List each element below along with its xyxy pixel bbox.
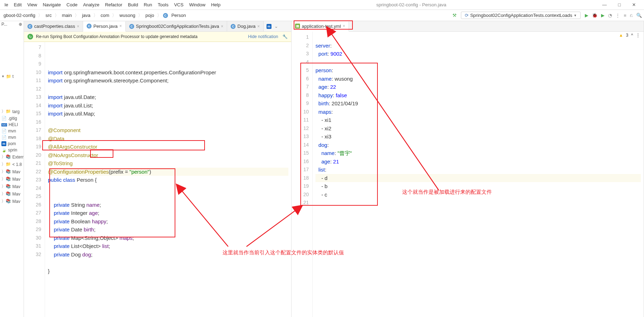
file-icon: C	[231, 24, 236, 29]
window-title: springboot-02-config - Person.java	[224, 2, 599, 7]
sidebar-item[interactable]: 📄 .gitig	[0, 115, 24, 122]
editor-tab[interactable]: CSpringboot02ConfigApplicationTests.java…	[126, 21, 227, 31]
stop-icon[interactable]: ■	[624, 13, 626, 18]
build-icon[interactable]: ⚒	[452, 13, 457, 18]
annotation-bottom: 这里就当作当前引入这个配置文件的实体类的默认值	[223, 249, 344, 256]
sidebar-item[interactable]: 〉📚 Externa	[0, 153, 24, 161]
maven-icon[interactable]: m	[267, 24, 271, 29]
config-banner: ↻ Re-run Spring Boot Configuration Annot…	[24, 32, 291, 42]
tab-close-icon[interactable]: ×	[343, 24, 345, 29]
menu-window[interactable]: Window	[187, 1, 208, 8]
editor-tabs-right: ▤application-test.yml×	[292, 21, 644, 32]
menu-file[interactable]: le	[2, 1, 11, 8]
sidebar-item[interactable]: 📄 mvn	[0, 128, 24, 134]
search-icon[interactable]: 🔍	[636, 13, 642, 18]
breadcrumb-item[interactable]: gboot-02-config	[2, 12, 37, 19]
menu-navigate[interactable]: Navigate	[40, 1, 63, 8]
editor-tabs: CcastProperties.class×CPerson.java×CSpri…	[24, 21, 291, 32]
run-config-select[interactable]: ⟳ Springboot02ConfigApplicationTests.con…	[461, 12, 581, 19]
menu-view[interactable]: View	[25, 1, 40, 8]
menu-run[interactable]: Run	[141, 1, 155, 8]
sidebar-item[interactable]: m pom	[0, 141, 24, 147]
menu-tools[interactable]: Tools	[155, 1, 171, 8]
breadcrumb-item[interactable]: wusong	[118, 12, 137, 19]
hide-notification-link[interactable]: Hide notification	[248, 34, 278, 39]
breadcrumb-item[interactable]: Person	[170, 12, 187, 19]
annotation-right: 这个就当作是被加载进行来的配置文件	[402, 189, 492, 195]
left-code[interactable]: ✔ import org.springframework.boot.contex…	[45, 42, 291, 317]
profile-icon[interactable]: ◔	[608, 13, 612, 18]
class-icon: C	[163, 13, 168, 18]
editor-tab[interactable]: CPerson.java×	[83, 21, 126, 32]
menu-bar: le Edit View Navigate Code Analyze Refac…	[0, 0, 644, 10]
sidebar-item[interactable]: 〉📁 targ	[0, 108, 24, 115]
breadcrumb-item[interactable]: java	[81, 12, 92, 19]
tab-close-icon[interactable]: ×	[257, 24, 260, 29]
file-icon: C	[129, 24, 134, 29]
attach-icon[interactable]: ⋮	[615, 13, 620, 18]
minimize-icon[interactable]: —	[600, 1, 609, 8]
wrench-icon[interactable]: 🔧	[282, 34, 288, 39]
sidebar-item[interactable]: 〉📁 < 1.8	[0, 161, 24, 168]
sidebar-item[interactable]: 📄 mvn	[0, 134, 24, 141]
editor-tab[interactable]: ▤application-test.yml×	[292, 21, 349, 32]
editor-tab[interactable]: CcastProperties.class×	[24, 21, 83, 31]
breadcrumb-item[interactable]: com	[99, 12, 111, 19]
breadcrumb: gboot-02-config〉 src〉 main〉 java〉 com〉 w…	[2, 12, 452, 19]
run-icon[interactable]: ▶	[585, 13, 588, 18]
editor-tab[interactable]: CDog.java×	[227, 21, 263, 31]
left-editor-pane: CcastProperties.class×CPerson.java×CSpri…	[24, 21, 292, 317]
menu-vcs[interactable]: VCS	[171, 1, 186, 8]
breadcrumb-bar: gboot-02-config〉 src〉 main〉 java〉 com〉 w…	[0, 10, 644, 21]
sidebar-item[interactable]: 〉📚 Mav	[0, 168, 24, 175]
menu-help[interactable]: Help	[208, 1, 223, 8]
maximize-icon[interactable]: □	[615, 1, 623, 8]
git-icon[interactable]: ⎌	[630, 13, 633, 18]
sidebar-item[interactable]: ▼📁 t	[0, 73, 24, 80]
menu-build[interactable]: Build	[125, 1, 140, 8]
close-icon[interactable]: ✕	[630, 1, 638, 8]
file-icon: C	[27, 24, 32, 29]
coverage-icon[interactable]: ▶	[601, 13, 605, 18]
sidebar-item[interactable]: P... ⊕	[0, 21, 24, 27]
tab-close-icon[interactable]: ×	[77, 24, 79, 29]
breadcrumb-item[interactable]: pojo	[144, 12, 156, 19]
sidebar-item[interactable]: 〉📚 Mav	[0, 198, 24, 205]
sidebar-item[interactable]: 〉📚 Mav	[0, 175, 24, 183]
menu-refactor[interactable]: Refactor	[102, 1, 125, 8]
rerun-icon: ↻	[27, 34, 33, 39]
file-icon: ▤	[295, 24, 300, 29]
menu-analyze[interactable]: Analyze	[81, 1, 102, 8]
debug-icon[interactable]: 🐞	[592, 13, 598, 18]
right-editor-pane: ▤application-test.yml× ▲ 3 ^ ⋮ 123456789…	[292, 21, 644, 317]
left-gutter: 7891011121314151617181920212223242526272…	[24, 42, 45, 317]
chevron-down-icon[interactable]: ⌄	[274, 24, 278, 29]
banner-text: Re-run Spring Boot Configuration Annotat…	[36, 34, 198, 39]
menu-code[interactable]: Code	[64, 1, 80, 8]
sidebar-item[interactable]: 〉📚 Mav	[0, 183, 24, 190]
file-icon: C	[87, 24, 92, 29]
project-sidebar[interactable]: P... ⊕ ▼📁 t 〉📁 targ 📄 .gitig MD HELI 📄 m…	[0, 21, 24, 317]
sidebar-item[interactable]: 🍃 sprin	[0, 147, 24, 153]
menu-edit[interactable]: Edit	[11, 1, 24, 8]
tab-close-icon[interactable]: ×	[221, 24, 223, 29]
breadcrumb-item[interactable]: main	[61, 12, 73, 19]
sidebar-item[interactable]: 〉📚 Mav	[0, 190, 24, 198]
right-gutter: 123456789101112131415161718192021	[292, 32, 313, 317]
sidebar-item[interactable]: MD HELI	[0, 122, 24, 128]
tab-close-icon[interactable]: ×	[119, 24, 122, 29]
breadcrumb-item[interactable]: src	[44, 12, 53, 19]
right-code[interactable]: server: port: 9002 person: name: wusong …	[313, 32, 644, 317]
